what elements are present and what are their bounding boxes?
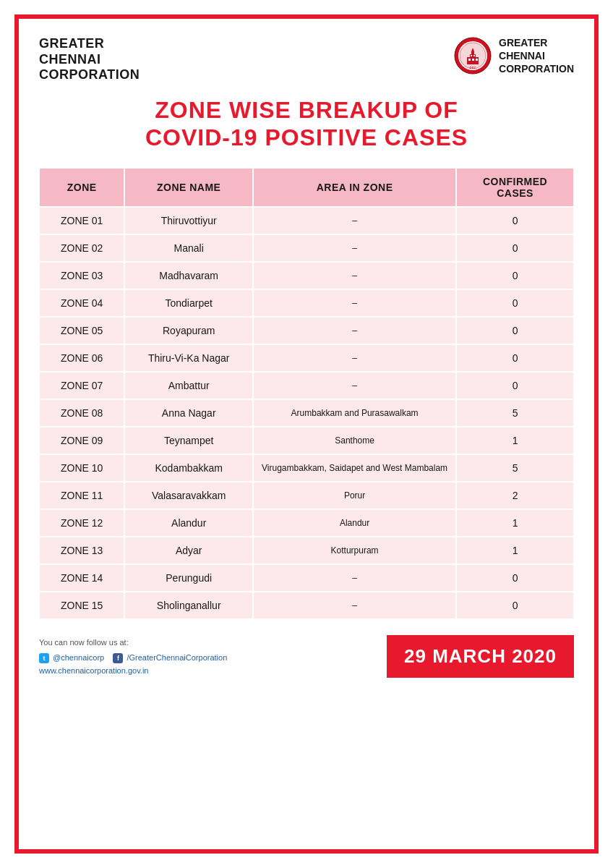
date-badge: 29 MARCH 2020 (387, 635, 574, 678)
cell-zone: ZONE 09 (39, 427, 124, 454)
corporation-seal-icon: GCC (454, 37, 492, 75)
cell-confirmed-cases: 0 (456, 234, 574, 262)
cell-area: Porur (253, 482, 456, 509)
cell-area: – (253, 372, 456, 399)
twitter-icon: t (39, 653, 49, 663)
table-row: ZONE 03Madhavaram–0 (39, 262, 574, 289)
cell-zone: ZONE 14 (39, 564, 124, 592)
svg-rect-10 (471, 55, 472, 56)
cell-zone-name: Sholinganallur (124, 592, 253, 619)
svg-text:GCC: GCC (470, 66, 476, 69)
cell-confirmed-cases: 0 (456, 207, 574, 234)
logo-left-line3: CORPORATION (39, 67, 140, 82)
cell-area: Arumbakkam and Purasawalkam (253, 399, 456, 427)
cell-confirmed-cases: 0 (456, 317, 574, 344)
cell-confirmed-cases: 5 (456, 454, 574, 482)
logo-left: GREATER CHENNAI CORPORATION (39, 36, 140, 83)
cell-area: – (253, 207, 456, 234)
cell-area: – (253, 234, 456, 262)
cell-area: – (253, 564, 456, 592)
cell-area: Santhome (253, 427, 456, 454)
cell-confirmed-cases: 0 (456, 592, 574, 619)
cell-zone-name: Valasaravakkam (124, 482, 253, 509)
logo-left-line2: CHENNAI (39, 52, 101, 67)
cell-zone: ZONE 03 (39, 262, 124, 289)
header-confirmed-cases: CONFIRMEDCASES (456, 168, 574, 207)
cell-area: – (253, 262, 456, 289)
cell-zone: ZONE 04 (39, 289, 124, 317)
cell-zone: ZONE 05 (39, 317, 124, 344)
cell-zone: ZONE 12 (39, 509, 124, 537)
svg-rect-5 (471, 51, 474, 55)
svg-rect-11 (473, 55, 475, 56)
table-row: ZONE 10KodambakkamVirugambakkam, Saidape… (39, 454, 574, 482)
logo-right-line3: CORPORATION (499, 63, 574, 75)
cell-area: – (253, 592, 456, 619)
table-row: ZONE 04Tondiarpet–0 (39, 289, 574, 317)
cell-confirmed-cases: 1 (456, 427, 574, 454)
table-row: ZONE 12AlandurAlandur1 (39, 509, 574, 537)
cell-zone-name: Perungudi (124, 564, 253, 592)
table-header-row: ZONE ZONE NAME AREA IN ZONE CONFIRMEDCAS… (39, 168, 574, 207)
table-row: ZONE 01Thiruvottiyur–0 (39, 207, 574, 234)
cell-confirmed-cases: 0 (456, 372, 574, 399)
cell-zone-name: Thiru-Vi-Ka Nagar (124, 344, 253, 372)
logo-left-line1: GREATER (39, 36, 104, 51)
cell-zone: ZONE 07 (39, 372, 124, 399)
cell-zone: ZONE 13 (39, 537, 124, 564)
cell-zone-name: Anna Nagar (124, 399, 253, 427)
website-link: www.chennaicorporation.gov.in (39, 665, 227, 678)
cell-zone: ZONE 06 (39, 344, 124, 372)
cell-zone-name: Madhavaram (124, 262, 253, 289)
social-links: t @chennaicorp f /GreaterChennaiCorporat… (39, 652, 227, 665)
logo-right-line1: GREATER (499, 37, 547, 48)
svg-rect-8 (472, 59, 474, 61)
header-zone-name: ZONE NAME (124, 168, 253, 207)
footer: You can now follow us at: t @chennaicorp… (39, 635, 574, 678)
table-row: ZONE 07Ambattur–0 (39, 372, 574, 399)
cell-area: – (253, 289, 456, 317)
table-row: ZONE 08Anna NagarArumbakkam and Purasawa… (39, 399, 574, 427)
table-row: ZONE 13AdyarKotturpuram1 (39, 537, 574, 564)
logo-right-line2: CHENNAI (499, 50, 545, 61)
cell-zone-name: Kodambakkam (124, 454, 253, 482)
cell-zone: ZONE 15 (39, 592, 124, 619)
cell-area: – (253, 344, 456, 372)
cell-confirmed-cases: 0 (456, 262, 574, 289)
footer-left: You can now follow us at: t @chennaicorp… (39, 637, 227, 678)
cell-zone: ZONE 11 (39, 482, 124, 509)
cell-zone-name: Alandur (124, 509, 253, 537)
cell-zone-name: Tondiarpet (124, 289, 253, 317)
follow-text: You can now follow us at: (39, 637, 227, 650)
table-row: ZONE 11ValasaravakkamPorur2 (39, 482, 574, 509)
cell-zone-name: Manali (124, 234, 253, 262)
cell-confirmed-cases: 0 (456, 289, 574, 317)
header: GREATER CHENNAI CORPORATION G (39, 36, 574, 83)
cell-zone: ZONE 08 (39, 399, 124, 427)
cell-zone-name: Adyar (124, 537, 253, 564)
cell-zone-name: Ambattur (124, 372, 253, 399)
cell-zone-name: Royapuram (124, 317, 253, 344)
svg-rect-9 (476, 59, 478, 61)
cell-confirmed-cases: 2 (456, 482, 574, 509)
cell-confirmed-cases: 0 (456, 344, 574, 372)
cell-zone: ZONE 10 (39, 454, 124, 482)
title-line2: COVID-19 POSITIVE CASES (145, 124, 468, 150)
table-row: ZONE 06Thiru-Vi-Ka Nagar–0 (39, 344, 574, 372)
cell-area: Kotturpuram (253, 537, 456, 564)
twitter-handle: @chennaicorp (53, 653, 104, 662)
cell-area: Alandur (253, 509, 456, 537)
main-container: GREATER CHENNAI CORPORATION G (14, 14, 599, 854)
zones-table: ZONE ZONE NAME AREA IN ZONE CONFIRMEDCAS… (39, 168, 574, 619)
svg-rect-7 (468, 59, 471, 61)
header-area: AREA IN ZONE (253, 168, 456, 207)
logo-right-text: GREATER CHENNAI CORPORATION (499, 36, 574, 76)
data-table-container: ZONE ZONE NAME AREA IN ZONE CONFIRMEDCAS… (39, 168, 574, 619)
cell-area: Virugambakkam, Saidapet and West Mambala… (253, 454, 456, 482)
facebook-page: /GreaterChennaiCorporation (127, 653, 227, 662)
table-row: ZONE 02Manali–0 (39, 234, 574, 262)
cell-zone: ZONE 01 (39, 207, 124, 234)
cell-zone-name: Teynampet (124, 427, 253, 454)
table-row: ZONE 15Sholinganallur–0 (39, 592, 574, 619)
logo-right: GCC GREATER CHENNAI CORPORATION (454, 36, 574, 76)
